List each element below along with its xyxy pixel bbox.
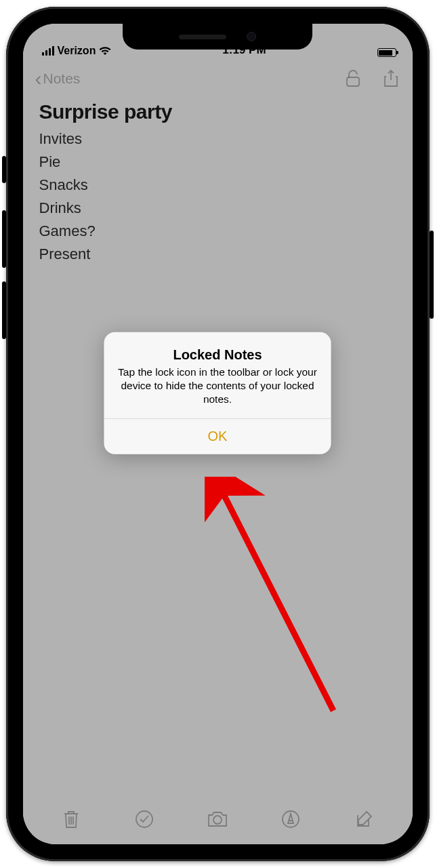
power-button <box>430 231 434 319</box>
locked-notes-alert: Locked Notes Tap the lock icon in the to… <box>104 332 331 454</box>
volume-up-button <box>2 210 6 268</box>
ok-button[interactable]: OK <box>104 419 331 454</box>
screen: Verizon 1:19 PM ‹ Notes <box>23 24 413 844</box>
alert-message: Tap the lock icon in the toolbar or lock… <box>118 365 318 406</box>
alert-title: Locked Notes <box>118 347 318 362</box>
mute-switch <box>2 156 6 183</box>
volume-down-button <box>2 281 6 339</box>
notch <box>123 24 312 50</box>
phone-frame: Verizon 1:19 PM ‹ Notes <box>6 7 430 861</box>
